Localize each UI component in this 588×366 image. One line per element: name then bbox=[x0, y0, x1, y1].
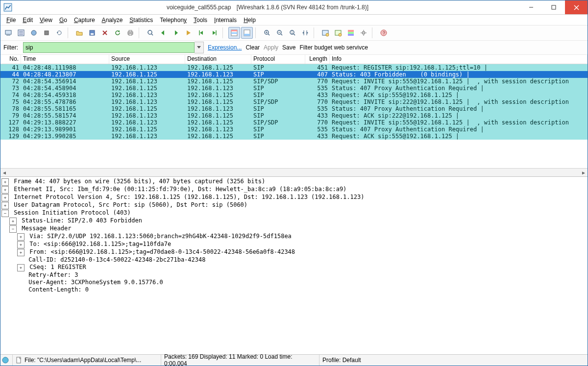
menu-tools[interactable]: Tools bbox=[191, 16, 210, 24]
tree-node[interactable]: + Internet Protocol Version 4, Src: 192.… bbox=[1, 194, 588, 201]
menu-statistics[interactable]: Statistics bbox=[126, 16, 156, 24]
expert-info-button[interactable] bbox=[0, 355, 13, 366]
stop-capture-icon[interactable] bbox=[41, 27, 52, 39]
open-icon[interactable] bbox=[74, 27, 85, 39]
go-last-icon[interactable] bbox=[208, 27, 220, 39]
tree-node[interactable]: Call-ID: d252140-0-13c4-50022-42348-2bc2… bbox=[1, 256, 588, 264]
options-icon[interactable] bbox=[15, 27, 27, 39]
filter-input[interactable] bbox=[23, 42, 195, 53]
print-icon[interactable] bbox=[124, 27, 136, 39]
display-filters-icon[interactable] bbox=[332, 27, 344, 39]
column-header-time[interactable]: Time bbox=[21, 55, 109, 64]
tree-node[interactable]: + User Datagram Protocol, Src Port: sip … bbox=[1, 201, 588, 209]
minimize-button[interactable] bbox=[520, 0, 542, 14]
packet-list-header[interactable]: No.TimeSourceDestinationProtocolLengthIn… bbox=[0, 55, 588, 64]
tree-node[interactable]: − Session Initiation Protocol (403) bbox=[1, 209, 588, 217]
zoom-reset-icon[interactable]: 1 bbox=[287, 27, 298, 39]
go-first-icon[interactable] bbox=[196, 27, 207, 39]
filter-dropdown-button[interactable] bbox=[195, 42, 204, 53]
packet-row[interactable]: 7804:28:55.581165192.168.1.125192.168.1.… bbox=[0, 105, 588, 112]
packet-row[interactable]: 12904:29:13.990285192.168.1.123192.168.1… bbox=[0, 133, 588, 140]
close-window-button[interactable] bbox=[565, 0, 588, 14]
expand-icon[interactable]: + bbox=[1, 186, 9, 194]
tree-node[interactable]: Retry-After: 3 bbox=[1, 271, 588, 279]
interfaces-icon[interactable] bbox=[2, 27, 14, 39]
menu-edit[interactable]: Edit bbox=[20, 16, 36, 24]
capture-filters-icon[interactable] bbox=[319, 27, 331, 39]
horizontal-scrollbar[interactable]: ◄ ► bbox=[0, 168, 588, 176]
clear-button[interactable]: Clear bbox=[245, 44, 260, 51]
zoom-out-icon[interactable] bbox=[274, 27, 286, 39]
tree-node[interactable]: + Status-Line: SIP/2.0 403 Forbidden bbox=[1, 217, 588, 225]
apply-button[interactable]: Apply bbox=[264, 44, 278, 51]
back-icon[interactable] bbox=[157, 27, 169, 39]
coloring-rules-icon[interactable] bbox=[345, 27, 357, 39]
tree-node[interactable]: + Via: SIP/2.0/UDP 192.168.1.123:5060;br… bbox=[1, 233, 588, 241]
save-filter-button[interactable]: Save bbox=[282, 44, 295, 51]
expand-icon[interactable]: + bbox=[1, 202, 9, 209]
expand-icon[interactable]: + bbox=[9, 218, 17, 225]
packet-row[interactable]: 7504:28:55.478786192.168.1.123192.168.1.… bbox=[0, 98, 588, 105]
menu-view[interactable]: View bbox=[37, 16, 55, 24]
scroll-left-icon[interactable]: ◄ bbox=[0, 169, 8, 176]
expand-icon[interactable]: + bbox=[1, 178, 9, 186]
restart-capture-icon[interactable] bbox=[53, 27, 65, 39]
tree-node[interactable]: User-Agent: 3CXPhoneSystem 9.0.15776.0 bbox=[1, 279, 588, 286]
column-header-source[interactable]: Source bbox=[109, 55, 185, 64]
zoom-in-icon[interactable] bbox=[261, 27, 273, 39]
menu-help[interactable]: Help bbox=[241, 16, 259, 24]
auto-scroll-icon[interactable] bbox=[241, 27, 253, 39]
tree-node[interactable]: + To: <sip:666@192.168.1.125>;tag=110fda… bbox=[1, 241, 588, 248]
tree-node[interactable]: + Frame 44: 407 bytes on wire (3256 bits… bbox=[1, 178, 588, 186]
tree-node[interactable]: + Ethernet II, Src: Ibm_fd:79:0e (00:11:… bbox=[1, 186, 588, 194]
tree-node[interactable]: Content-Length: 0 bbox=[1, 286, 588, 293]
packet-row[interactable]: 7904:28:55.581574192.168.1.123192.168.1.… bbox=[0, 112, 588, 119]
column-header-no[interactable]: No. bbox=[0, 55, 21, 64]
close-icon[interactable] bbox=[99, 27, 111, 39]
expand-icon[interactable]: + bbox=[17, 241, 24, 248]
expand-icon[interactable]: + bbox=[17, 233, 24, 241]
column-header-protocol[interactable]: Protocol bbox=[251, 55, 305, 64]
maximize-button[interactable] bbox=[542, 0, 565, 14]
find-icon[interactable] bbox=[145, 27, 156, 39]
packet-row[interactable]: 7404:28:54.459318192.168.1.123192.168.1.… bbox=[0, 92, 588, 98]
help-icon[interactable]: ? bbox=[378, 27, 390, 39]
prefs-icon[interactable] bbox=[358, 27, 369, 39]
expand-icon[interactable]: + bbox=[17, 249, 24, 256]
colorize-icon[interactable] bbox=[228, 27, 240, 39]
save-icon[interactable] bbox=[86, 27, 98, 39]
scroll-track[interactable] bbox=[8, 169, 580, 176]
start-capture-icon[interactable] bbox=[28, 27, 40, 39]
tree-node[interactable]: + From: <sip:666@192.168.1.125>;tag=d70d… bbox=[1, 248, 588, 256]
forward-icon[interactable] bbox=[170, 27, 182, 39]
packet-details-pane[interactable]: + Frame 44: 407 bytes on wire (3256 bits… bbox=[0, 177, 588, 354]
status-profile[interactable]: Profile: Default bbox=[319, 355, 588, 366]
filter-extra-label[interactable]: Filter budget web servivce bbox=[299, 44, 368, 51]
packet-list-rows[interactable]: 4104:28:48.111988192.168.1.123192.168.1.… bbox=[0, 64, 588, 168]
packet-row[interactable]: 12704:29:13.888227192.168.1.123192.168.1… bbox=[0, 119, 588, 126]
collapse-icon[interactable]: − bbox=[9, 225, 17, 233]
menu-analyze[interactable]: Analyze bbox=[99, 16, 126, 24]
reload-icon[interactable] bbox=[112, 27, 123, 39]
goto-icon[interactable] bbox=[183, 27, 195, 39]
packet-row[interactable]: 7204:28:54.356914192.168.1.123192.168.1.… bbox=[0, 78, 588, 85]
tree-node[interactable]: − Message Header bbox=[1, 225, 588, 233]
expand-icon[interactable]: + bbox=[17, 264, 24, 271]
scroll-right-icon[interactable]: ► bbox=[580, 169, 588, 176]
expression-button[interactable]: Expression... bbox=[208, 44, 242, 51]
menu-telephony[interactable]: Telephony bbox=[157, 16, 190, 24]
resize-cols-icon[interactable] bbox=[299, 27, 311, 39]
collapse-icon[interactable]: − bbox=[1, 210, 9, 217]
column-header-destination[interactable]: Destination bbox=[185, 55, 251, 64]
tree-node[interactable]: + CSeq: 1 REGISTER bbox=[1, 264, 588, 271]
packet-row[interactable]: 4404:28:48.213807192.168.1.125192.168.1.… bbox=[0, 71, 588, 78]
menu-internals[interactable]: Internals bbox=[211, 16, 240, 24]
menu-go[interactable]: Go bbox=[56, 16, 70, 24]
expand-icon[interactable]: + bbox=[1, 194, 9, 201]
column-header-length[interactable]: Length bbox=[305, 55, 330, 64]
menu-capture[interactable]: Capture bbox=[71, 16, 98, 24]
packet-row[interactable]: 7304:28:54.458904192.168.1.125192.168.1.… bbox=[0, 85, 588, 92]
menu-file[interactable]: File bbox=[3, 16, 19, 24]
packet-row[interactable]: 12804:29:13.989901192.168.1.125192.168.1… bbox=[0, 126, 588, 133]
packet-row[interactable]: 4104:28:48.111988192.168.1.123192.168.1.… bbox=[0, 64, 588, 71]
